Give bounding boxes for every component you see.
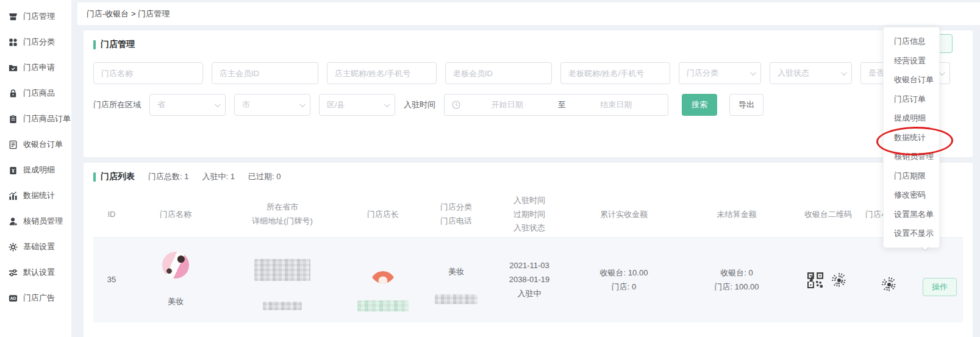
sidebar-item-commission-details[interactable]: 提成明细 xyxy=(0,157,71,183)
city-select[interactable]: 市 xyxy=(234,94,310,116)
grid-icon xyxy=(9,38,18,47)
col-address: 所在省市 详细地址(门牌号) xyxy=(221,200,343,229)
menu-item-data-statistics[interactable]: 数据统计 xyxy=(884,128,939,147)
menu-item-business-settings[interactable]: 经营设置 xyxy=(884,51,939,71)
sidebar-item-label: 门店分类 xyxy=(23,37,55,48)
menu-item-store-info[interactable]: 门店信息 xyxy=(884,32,939,51)
menu-item-commission-details[interactable]: 提成明细 xyxy=(884,108,939,128)
menu-item-store-term[interactable]: 门店期限 xyxy=(884,166,939,186)
stat-total: 门店总数: 1 xyxy=(148,171,188,182)
settle-status-select[interactable]: 入驻状态 xyxy=(770,62,852,84)
select-placeholder: 入驻状态 xyxy=(778,68,809,79)
sidebar-item-label: 门店商品订单 xyxy=(23,113,71,124)
stat-expired: 已过期: 0 xyxy=(248,171,281,182)
sidebar-item-default-settings[interactable]: 默认设置 xyxy=(0,260,71,285)
cell-store-name: 美妆 xyxy=(130,238,221,322)
manager-avatar[interactable] xyxy=(370,258,396,283)
store-name-input[interactable] xyxy=(93,62,203,84)
clock-icon xyxy=(452,101,460,109)
qr-code-icon[interactable] xyxy=(807,272,823,288)
end-date-placeholder[interactable]: 结束日期 xyxy=(572,99,661,110)
col-store-name: 门店名称 xyxy=(130,208,221,222)
cell-manager xyxy=(343,244,423,316)
cell-id: 35 xyxy=(93,273,130,287)
menu-item-set-hidden[interactable]: 设置不显示 xyxy=(884,224,939,243)
row-action-button[interactable]: 操作 xyxy=(923,278,957,296)
col-time-status: 入驻时间 过期时间 入驻状态 xyxy=(490,194,569,235)
phone-redacted xyxy=(435,294,477,304)
store-icon xyxy=(9,12,18,21)
sidebar-item-store-goods-orders[interactable]: 门店商品订单 xyxy=(0,106,71,132)
cell-cashier-qrcode xyxy=(795,271,862,290)
select-placeholder: 市 xyxy=(242,99,250,110)
cell-time-status: 2021-11-03 2038-01-19 入驻中 xyxy=(490,259,569,300)
cell-category-phone: 美妆 xyxy=(423,251,490,309)
owner-nickname-input[interactable] xyxy=(327,62,437,84)
folder-check-icon xyxy=(9,63,18,73)
sidebar-item-verifier-management[interactable]: 核销员管理 xyxy=(0,208,71,234)
commission-icon xyxy=(9,166,18,175)
sliders-icon xyxy=(9,268,18,277)
chevron-down-icon xyxy=(939,69,945,76)
svg-text:AD: AD xyxy=(10,296,16,300)
filter-row-2: 门店所在区域 省 市 区/县 入驻时间 开始日期 至 结束日期 搜索 导出 xyxy=(93,94,963,116)
col-manager: 门店店长 xyxy=(343,208,423,222)
sidebar-item-cashier-orders[interactable]: 收银台订单 xyxy=(0,132,71,157)
lock-bag-icon xyxy=(9,89,18,98)
clipboard-icon xyxy=(9,115,18,124)
filter-section-title: 门店管理 xyxy=(93,39,963,50)
cell-address xyxy=(221,246,343,315)
export-button[interactable]: 导出 xyxy=(729,94,764,116)
chevron-down-icon xyxy=(215,101,221,107)
chevron-down-icon xyxy=(299,101,306,107)
sidebar-item-basic-settings[interactable]: 基础设置 xyxy=(0,234,71,260)
province-select[interactable]: 省 xyxy=(149,94,226,116)
main-content: 门店-收银台 > 门店管理 门店管理 门店分类 入驻状态 是否连锁店 xyxy=(71,0,980,337)
boss-member-id-input[interactable] xyxy=(445,62,552,84)
menu-item-set-blacklist[interactable]: 设置黑名单 xyxy=(884,205,939,224)
table-row: 35 美妆 美妆 2021-11-03 2038-01-19 入驻中 收银台: … xyxy=(93,237,963,322)
sidebar-item-label: 门店管理 xyxy=(23,11,55,22)
address-line2-redacted xyxy=(263,302,302,310)
category-label: 美妆 xyxy=(423,265,490,279)
select-placeholder: 区/县 xyxy=(327,99,345,110)
store-avatar[interactable] xyxy=(162,252,189,278)
sidebar-item-store-management[interactable]: 门店管理 xyxy=(0,4,71,29)
store-name-label: 美妆 xyxy=(130,295,221,309)
cell-action: 操作 xyxy=(917,264,963,296)
bar-chart-icon xyxy=(9,191,18,200)
district-select[interactable]: 区/县 xyxy=(319,94,395,116)
sidebar-item-label: 核销员管理 xyxy=(23,216,63,227)
user-icon xyxy=(9,217,18,226)
owner-member-id-input[interactable] xyxy=(212,62,318,84)
menu-item-store-orders[interactable]: 门店订单 xyxy=(884,90,939,109)
menu-item-cashier-orders[interactable]: 收银台订单 xyxy=(884,70,939,90)
section-accent-bar xyxy=(93,172,96,182)
list-stats: 门店总数: 1 入驻中: 1 已过期: 0 xyxy=(148,171,281,182)
date-range-picker[interactable]: 开始日期 至 结束日期 xyxy=(444,94,668,116)
list-title-row: 门店列表 门店总数: 1 入驻中: 1 已过期: 0 xyxy=(93,171,963,182)
col-category-phone: 门店分类 门店电话 xyxy=(423,200,490,229)
sidebar-item-label: 默认设置 xyxy=(23,267,55,278)
date-separator: 至 xyxy=(554,99,570,110)
sidebar-item-store-goods[interactable]: 门店商品 xyxy=(0,80,71,106)
chevron-down-icon xyxy=(384,101,390,107)
cell-unsettled-amount: 收银台: 0 门店: 100.00 xyxy=(679,266,795,294)
select-placeholder: 省 xyxy=(157,99,165,110)
boss-nickname-input[interactable] xyxy=(560,62,670,84)
gear-icon xyxy=(9,243,18,252)
menu-item-change-password[interactable]: 修改密码 xyxy=(884,185,939,205)
mini-program-code-icon[interactable] xyxy=(829,271,849,290)
search-button[interactable]: 搜索 xyxy=(682,94,717,116)
store-category-select[interactable]: 门店分类 xyxy=(679,62,761,84)
start-date-placeholder[interactable]: 开始日期 xyxy=(463,99,552,110)
breadcrumb: 门店-收银台 > 门店管理 xyxy=(77,2,980,25)
col-id: ID xyxy=(93,208,130,222)
menu-item-verifier-management[interactable]: 核销员管理 xyxy=(884,147,939,166)
list-title: 门店列表 xyxy=(101,171,135,182)
mini-program-code-icon[interactable] xyxy=(879,275,899,294)
sidebar-item-store-ads[interactable]: AD 门店广告 xyxy=(0,285,71,311)
sidebar-item-store-application[interactable]: 门店申请 xyxy=(0,55,71,80)
sidebar-item-store-category[interactable]: 门店分类 xyxy=(0,29,71,55)
sidebar-item-data-statistics[interactable]: 数据统计 xyxy=(0,183,71,208)
